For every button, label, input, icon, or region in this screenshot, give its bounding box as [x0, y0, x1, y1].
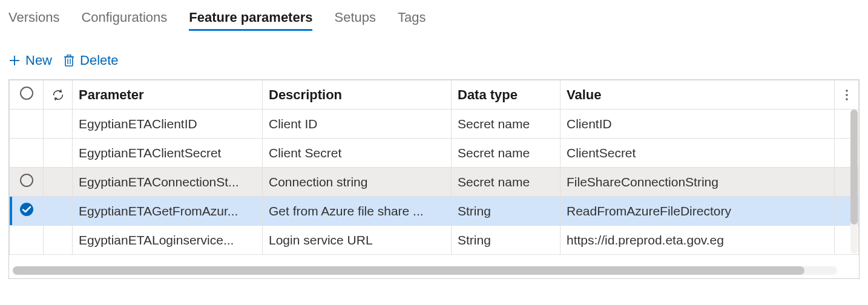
cell-data-type[interactable]: String — [452, 197, 561, 226]
cell-value[interactable]: ReadFromAzureFileDirectory — [561, 197, 835, 226]
svg-point-7 — [846, 90, 848, 92]
tab-configurations[interactable]: Configurations — [81, 10, 167, 31]
row-selector[interactable] — [10, 226, 44, 255]
table-row[interactable]: EgyptianETAClientID Client ID Secret nam… — [10, 110, 859, 139]
cell-value[interactable]: FileShareConnectionString — [561, 168, 835, 197]
row-selector[interactable] — [10, 139, 44, 168]
cell-data-type[interactable]: String — [452, 226, 561, 255]
new-button[interactable]: New — [8, 53, 52, 68]
refresh-icon — [44, 88, 72, 102]
row-radio-empty-icon — [20, 174, 33, 187]
svg-point-9 — [846, 98, 848, 100]
cell-description[interactable]: Connection string — [263, 168, 452, 197]
plus-icon — [8, 54, 21, 67]
column-header-description[interactable]: Description — [263, 80, 452, 110]
parameters-grid: Parameter Description Data type Value — [8, 79, 860, 279]
cell-value[interactable]: ClientID — [561, 110, 835, 139]
horizontal-scrollbar[interactable] — [13, 266, 837, 275]
trash-icon — [63, 54, 75, 67]
column-header-parameter[interactable]: Parameter — [73, 80, 263, 110]
table-row[interactable]: EgyptianETALoginservice... Login service… — [10, 226, 859, 255]
delete-button[interactable]: Delete — [63, 53, 119, 68]
grid-toolbar: New Delete — [8, 53, 860, 68]
table-row[interactable]: EgyptianETAClientSecret Client Secret Se… — [10, 139, 859, 168]
row-selector[interactable] — [10, 110, 44, 139]
table-row[interactable]: EgyptianETAConnectionSt... Connection st… — [10, 168, 859, 197]
row-selector[interactable] — [10, 168, 44, 197]
cell-value[interactable]: https://id.preprod.eta.gov.eg — [561, 226, 835, 255]
new-button-label: New — [25, 53, 52, 68]
cell-parameter[interactable]: EgyptianETAConnectionSt... — [73, 168, 263, 197]
refresh-header[interactable] — [44, 80, 73, 110]
cell-data-type[interactable]: Secret name — [452, 110, 561, 139]
cell-value[interactable]: ClientSecret — [561, 139, 835, 168]
row-radio-checked-icon — [19, 202, 34, 217]
column-header-value[interactable]: Value — [561, 80, 835, 110]
table-row[interactable]: EgyptianETAGetFromAzur... Get from Azure… — [10, 197, 859, 226]
tab-versions[interactable]: Versions — [8, 10, 59, 31]
row-selector[interactable] — [10, 197, 44, 226]
cell-parameter[interactable]: EgyptianETAClientSecret — [73, 139, 263, 168]
column-header-data-type[interactable]: Data type — [452, 80, 561, 110]
svg-rect-6 — [67, 55, 71, 57]
cell-description[interactable]: Login service URL — [263, 226, 452, 255]
tab-bar: Versions Configurations Feature paramete… — [8, 6, 860, 36]
tab-feature-parameters[interactable]: Feature parameters — [189, 10, 312, 31]
delete-button-label: Delete — [80, 53, 119, 68]
cell-description[interactable]: Client Secret — [263, 139, 452, 168]
select-all-radio-icon — [20, 87, 33, 100]
tab-tags[interactable]: Tags — [398, 10, 426, 31]
cell-parameter[interactable]: EgyptianETALoginservice... — [73, 226, 263, 255]
cell-data-type[interactable]: Secret name — [452, 139, 561, 168]
svg-point-8 — [846, 94, 848, 96]
vertical-scroll-thumb[interactable] — [850, 110, 858, 225]
column-options-button[interactable] — [835, 80, 859, 110]
cell-parameter[interactable]: EgyptianETAGetFromAzur... — [73, 197, 263, 226]
svg-point-10 — [20, 203, 33, 216]
horizontal-scroll-thumb[interactable] — [13, 266, 804, 275]
more-vertical-icon — [835, 88, 858, 102]
cell-description[interactable]: Client ID — [263, 110, 452, 139]
tab-setups[interactable]: Setups — [334, 10, 376, 31]
cell-description[interactable]: Get from Azure file share ... — [263, 197, 452, 226]
cell-parameter[interactable]: EgyptianETAClientID — [73, 110, 263, 139]
svg-rect-2 — [65, 57, 73, 66]
cell-data-type[interactable]: Secret name — [452, 168, 561, 197]
vertical-scrollbar[interactable] — [850, 110, 858, 254]
select-all-header[interactable] — [10, 80, 44, 110]
